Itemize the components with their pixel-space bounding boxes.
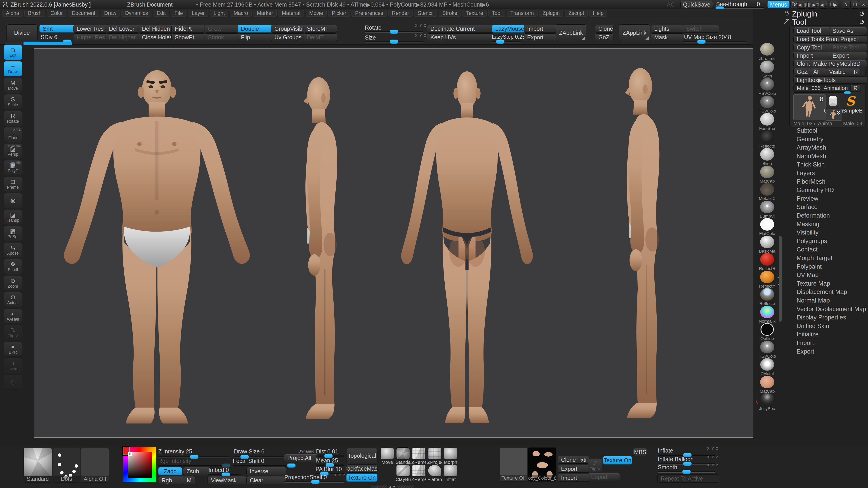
higher-res-button[interactable]: Higher Res [73,33,107,41]
floor-icon[interactable]: X Y Z ↓ Floor [4,127,22,142]
import-button[interactable]: Import [524,25,558,33]
current-tool-name[interactable]: Male_035_Animation_Ready. [794,85,852,92]
del-hidden-button[interactable]: Del Hidden [138,25,173,33]
material-item[interactable]: Blinn [757,148,778,166]
zsub-button[interactable]: Zsub [183,467,210,475]
menu-item[interactable]: Zplugin [539,10,563,17]
tool-section-row[interactable]: Geometry HD [783,186,868,194]
seethrough-slider[interactable] [715,7,764,8]
save-as-button[interactable]: Save As [829,27,867,34]
tool-section-row[interactable]: Export [783,348,868,356]
double-button[interactable]: Double [238,25,272,33]
goz-visible-button[interactable]: Visible [826,68,853,75]
tool-section-row[interactable]: FiberMesh [783,177,868,186]
smt-button[interactable]: Smt [39,25,75,33]
scroll-hand-icon[interactable]: ❖ Scroll [4,259,22,274]
menu-item[interactable]: Stroke [439,10,461,17]
tool-section-row[interactable]: Geometry [783,135,868,143]
texture-flip-v-button[interactable]: ⇵ Flip V [588,459,602,472]
menu-item[interactable]: Help [589,10,607,17]
menu-item[interactable]: Preferences [351,10,387,17]
clone-button[interactable]: Clone [595,25,614,33]
document-canvas[interactable] [34,48,754,437]
point-select-icon[interactable]: ▩ Pt Sel [4,226,22,241]
minimize-icon[interactable]: ⊻ [842,1,851,8]
lazymouse-button[interactable]: LazyMouse [492,25,525,33]
menu-item[interactable]: Render [388,10,412,17]
clear-button[interactable]: Clear [246,476,286,484]
material-item[interactable]: Satin [757,61,778,78]
menu-item[interactable]: Draw [101,10,120,17]
cylinder-tool-thumbnail[interactable] [826,94,840,107]
tool-section-row[interactable]: Display Properties [783,313,868,322]
rotate-icon[interactable]: R Rotate [4,111,22,126]
tool-section-row[interactable]: Thick Skin [783,160,868,169]
model-side-view-right[interactable] [600,65,677,427]
materials-scroll-arrow-icon[interactable]: ◂ [778,282,779,286]
tool-clone-button[interactable]: Clone [794,60,812,67]
tool-section-row[interactable]: Vector Displacement Map [783,305,868,313]
material-item[interactable]: BumpVi [757,201,778,219]
brush-tile[interactable]: Standar [396,448,410,465]
tool-section-row[interactable]: Unified Skin [783,322,868,330]
material-item[interactable]: FastSha [757,113,778,131]
focal-shift-slider[interactable] [233,465,293,466]
polyframe-icon[interactable]: Line Fill ▦ PolyF [4,160,22,175]
texture-import-button[interactable]: Import [558,474,589,482]
tool-section-row[interactable]: ArrayMesh [783,143,868,152]
goz-button[interactable]: GoZ [595,33,614,41]
brush-tile[interactable]: ZProject [427,448,442,465]
m-button[interactable]: M [183,476,195,484]
quicksave-button[interactable]: QuickSave [680,1,713,8]
shelf-collapse-left-icon[interactable]: ◀|||| [798,1,807,8]
storemt-button[interactable]: StoreMT [304,25,337,33]
persp-icon[interactable]: Dynamic ▨ Persp [4,144,22,159]
palette-dock-left-icon[interactable]: ◀❐ [819,1,828,8]
menu-item[interactable]: Transform [507,10,537,17]
tool-section-row[interactable]: NanoMesh [783,152,868,160]
showpt-button[interactable]: ShowPt [171,33,205,41]
delmt-button[interactable]: DelMT [304,33,337,41]
menu-item[interactable]: File [171,10,186,17]
tool-goz-button[interactable]: GoZ [794,68,812,75]
shelf-collapse-right-icon[interactable]: ||||▶ [807,1,816,8]
edit-icon[interactable]: ⧉ Edit [4,45,22,60]
material-item[interactable]: MatCap [757,166,778,184]
menu-item[interactable]: Layer [188,10,209,17]
material-item[interactable]: ReflectY [757,271,778,289]
material-item[interactable]: MetalicC [757,183,778,201]
projectionshell-slider[interactable] [284,481,344,483]
material-item[interactable]: ZMetal [757,358,778,376]
material-item[interactable]: ReflectR [757,253,778,271]
make-polymesh3d-button[interactable]: Make PolyMesh3D [810,60,867,67]
texture-off-thumbnail[interactable]: Texture Off [500,447,527,482]
topological-button[interactable]: Topological [346,448,377,463]
scale-icon[interactable]: S Scale [4,94,22,109]
tool-section-row[interactable]: Visibility [783,228,868,237]
lights-button[interactable]: Lights [651,25,685,33]
material-item[interactable]: FlatColo [757,218,778,236]
inverse-button[interactable]: Inverse [246,467,286,475]
material-item[interactable]: MatCap [757,376,778,394]
color-picker[interactable] [123,447,156,483]
materials-scroll-arrow-icon[interactable]: ▸ [778,275,779,280]
uv-map-size-slider[interactable] [684,41,746,42]
mbs-button[interactable]: MBS [633,448,647,456]
shrink-button[interactable]: Shrink [205,33,239,41]
material-item[interactable]: HSVColo [757,96,778,113]
tool-section-row[interactable]: Masking [783,220,868,228]
divide-button[interactable]: Divide [6,24,37,41]
load-tools-from-project-button[interactable]: Load Tools From Project [794,35,867,43]
brush-tile[interactable]: ClayBuil [396,465,410,482]
grow-button[interactable]: Grow [205,25,239,33]
material-item[interactable]: zbro_mc [757,43,778,61]
stroke-thumbnail[interactable]: Dots [53,448,80,483]
zplugin-reset-icon[interactable]: ↺ [859,10,865,18]
menus-toggle-button[interactable]: Menus [767,1,789,8]
menu-item[interactable]: Macro [230,10,252,17]
alpha-thumbnail[interactable]: Alpha Off [81,448,109,483]
brush-tile[interactable]: Morph [443,448,458,465]
simplebrush-tool-thumbnail[interactable]: S [842,94,858,107]
menu-item[interactable]: Edit [153,10,169,17]
viewmask-button[interactable]: ViewMask [208,476,247,484]
